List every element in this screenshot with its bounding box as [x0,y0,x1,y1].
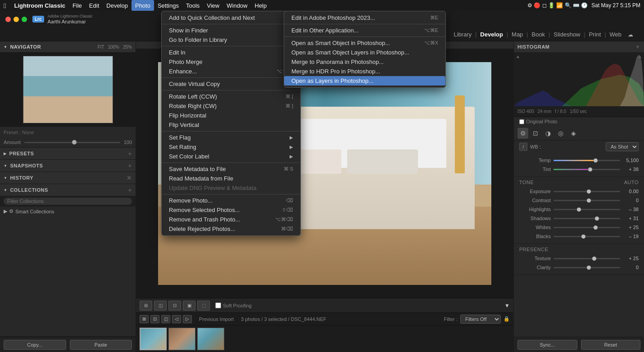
copy-button[interactable]: Copy... [4,340,66,350]
reset-button[interactable]: Reset [581,340,641,350]
develop-menu-item[interactable]: Develop [103,0,132,11]
filmstrip-arrow[interactable]: ▼ [504,302,510,309]
menu-remove-photo[interactable]: Remove Photo... ⌫ [162,196,300,205]
tools-menu-item[interactable]: Tools [182,0,203,11]
contrast-slider[interactable] [553,200,620,201]
snapshots-header[interactable]: ▼ Snapshots + [0,160,136,171]
original-photo-checkbox[interactable] [519,119,524,124]
histogram-header[interactable]: Histogram ▼ [514,41,644,52]
editin-photoshop-2023[interactable]: Edit in Adobe Photoshop 2023... ⌘E [284,13,445,23]
tint-slider[interactable] [553,169,620,170]
grid-view-btn[interactable]: ⊞ [140,315,149,323]
menu-remove-selected[interactable]: Remove Selected Photos... ⇧⌫ [162,205,300,215]
editin-open-layers[interactable]: Open as Layers in Photoshop... [284,76,445,86]
menu-edit-in[interactable]: Edit In ▶ [162,48,300,57]
module-library[interactable]: Library [450,31,475,38]
menu-set-color-label[interactable]: Set Color Label ▶ [162,152,300,161]
filmstrip-view-btn4[interactable]: ⬚ [197,301,210,311]
histogram-arrow[interactable]: ▼ [635,44,640,50]
editin-merge-hdr[interactable]: Merge to HDR Pro in Photoshop... [284,67,445,76]
navigator-header[interactable]: ▼ Navigator FIT 100% 25% [0,41,136,52]
paste-button[interactable]: Paste [70,340,132,350]
tone-auto[interactable]: Auto [624,180,639,185]
temp-slider[interactable] [553,160,620,161]
menu-photo-merge[interactable]: Photo Merge ▶ [162,57,300,67]
menu-create-virtual[interactable]: Create Virtual Copy ⌘ ' [162,79,300,89]
editin-smart-object[interactable]: Open as Smart Object in Photoshop... ⌥⌘X [284,38,445,48]
photo-menu-item[interactable]: Photo [132,0,154,11]
menu-remove-trash[interactable]: Remove and Trash Photo... ⌥⌘⌫ [162,215,300,224]
menu-rotate-left[interactable]: Rotate Left (CCW) ⌘ [ [162,92,300,101]
module-book[interactable]: Book [528,31,549,38]
editin-smart-object-layers[interactable]: Open as Smart Object Layers in Photoshop… [284,48,445,57]
thumb-1[interactable] [140,328,167,350]
menu-flip-vertical[interactable]: Flip Vertical [162,120,300,130]
basic-tool[interactable]: ⚙ [517,128,528,139]
whites-slider[interactable] [553,227,620,228]
edit-menu-item[interactable]: Edit [86,0,103,11]
history-close[interactable]: ✕ [127,174,132,181]
menu-goto-folder[interactable]: Go to Folder in Library [162,35,300,45]
soft-proofing-checkbox[interactable] [215,302,221,308]
module-web[interactable]: Web [606,31,626,38]
close-button[interactable] [5,17,11,22]
smart-collections[interactable]: ▶ ⚙ Smart Collections [0,207,136,216]
redeye-tool[interactable]: ◎ [555,128,566,139]
window-menu-item[interactable]: Window [223,0,251,11]
zoom-25[interactable]: 25% [123,45,132,50]
filmstrip-view-btn[interactable]: ⊡ [150,315,159,323]
fullscreen-button[interactable] [22,17,27,22]
shadows-slider[interactable] [553,218,620,219]
zoom-100[interactable]: 100% [108,45,119,50]
history-header[interactable]: ▼ History ✕ [0,172,136,184]
sync-button[interactable]: Sync... [517,340,577,350]
zoom-fit[interactable]: FIT [97,45,104,50]
hist-clip-shadow[interactable]: ▲ [516,54,520,59]
blacks-slider[interactable] [553,236,620,237]
page-2-btn[interactable]: ◁ [172,315,181,323]
presets-header[interactable]: ▶ Presets + [0,148,136,159]
filmstrip-grid-btn[interactable]: ⊞ [140,301,152,311]
module-develop[interactable]: Develop [476,31,507,38]
highlights-slider[interactable] [553,209,620,210]
amount-slider[interactable] [24,142,120,143]
filmstrip-view-btn1[interactable]: ◫ [154,301,167,311]
wb-dropdown[interactable]: As Shot [606,142,639,151]
wb-eyedropper[interactable]: / [519,143,527,151]
snapshots-add[interactable]: + [128,162,132,169]
minimize-button[interactable] [14,17,19,22]
menu-enhance[interactable]: Enhance... ⌥⌃⇧ I [162,67,300,76]
menu-save-metadata[interactable]: Save Metadata to File ⌘ S [162,164,300,174]
editin-submenu[interactable]: Edit in Adobe Photoshop 2023... ⌘E Edit … [284,11,446,88]
module-print[interactable]: Print [585,31,605,38]
crop-tool[interactable]: ⊡ [530,128,541,139]
filmstrip-view-btn3[interactable]: ▣ [183,301,195,311]
settings-menu-item[interactable]: Settings [154,0,182,11]
view-menu-item[interactable]: View [203,0,223,11]
menu-flip-horizontal[interactable]: Flip Horizontal [162,111,300,120]
help-menu-item[interactable]: Help [251,0,271,11]
collections-add[interactable]: + [128,186,132,194]
page-3-btn[interactable]: ▷ [183,315,192,323]
filter-dropdown[interactable]: Filters Off [460,315,501,324]
collections-header[interactable]: ▼ Collections + [0,184,136,196]
apple-menu[interactable]:  [4,2,6,9]
editin-merge-panorama[interactable]: Merge to Panorama in Photoshop... [284,57,445,67]
exposure-slider[interactable] [553,191,620,192]
hist-clip-highlight[interactable]: ▲ [638,54,642,59]
menu-rotate-right[interactable]: Rotate Right (CW) ⌘ ] [162,101,300,111]
menu-show-finder[interactable]: Show in Finder ⌘ R [162,26,300,35]
module-slideshow[interactable]: Slideshow [550,31,584,38]
heal-tool[interactable]: ◑ [543,128,553,139]
thumb-2[interactable] [168,328,195,350]
masking-tool[interactable]: ◈ [568,128,579,139]
menu-add-quick-collection[interactable]: Add to Quick Collection and Next ⇧ B [162,13,300,23]
menu-update-dng[interactable]: Update DNG Preview & Metadata [162,183,300,193]
filter-lock-icon[interactable]: 🔒 [503,316,510,322]
collections-search-input[interactable] [4,198,132,205]
app-menu-item[interactable]: Lightroom Classic [10,0,68,11]
photo-context-menu[interactable]: Add to Quick Collection and Next ⇧ B Sho… [161,11,301,236]
menu-read-metadata[interactable]: Read Metadata from File [162,174,300,183]
menu-set-rating[interactable]: Set Rating ▶ [162,142,300,152]
menu-set-flag[interactable]: Set Flag ▶ [162,133,300,142]
